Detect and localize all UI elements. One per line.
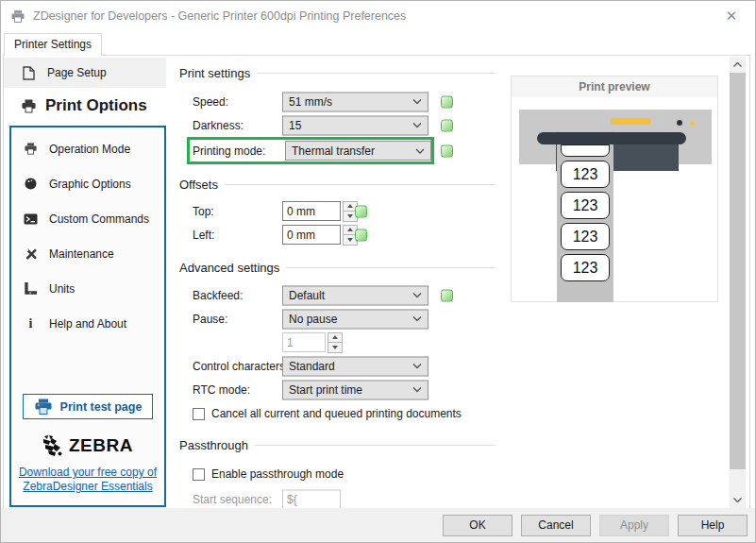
enable-passthrough-label: Enable passthrough mode: [211, 467, 344, 481]
zebra-head-icon: [42, 435, 65, 456]
speed-label: Speed:: [193, 95, 228, 109]
tools-icon: [23, 247, 39, 261]
sidebar-item-label: Graphic Options: [49, 178, 131, 191]
group-title: Advanced settings: [179, 261, 279, 275]
label-strip: 123 123 123 123: [557, 131, 613, 302]
row-pause-count: 1: [179, 331, 496, 354]
settings-form: Print settings Speed: 51 mm/s Darkness: …: [179, 56, 496, 508]
download-link-line2: ZebraDesigner Essentials: [11, 480, 164, 494]
print-preview-panel: Print preview 123 123 123 123: [511, 76, 718, 302]
group-title: Passthrough: [179, 438, 248, 452]
control-characters-dropdown[interactable]: Standard: [282, 356, 428, 376]
row-start-sequence: Start sequence: ${: [179, 487, 496, 508]
chevron-down-icon: [415, 148, 425, 154]
terminal-icon: [23, 213, 39, 225]
rtc-mode-value: Start print time: [289, 383, 412, 397]
printing-mode-highlight-box: Printing mode: Thermal transfer: [187, 137, 434, 164]
sidebar-nav-list: Operation Mode Graphic Options: [11, 127, 164, 341]
backfeed-dropdown[interactable]: Default: [282, 285, 428, 305]
sidebar-item-units[interactable]: Units: [11, 271, 164, 306]
group-advanced: Advanced settings: [179, 261, 496, 275]
printing-mode-dropdown[interactable]: Thermal transfer: [285, 141, 431, 161]
sidebar-item-graphic-options[interactable]: Graphic Options: [11, 166, 164, 201]
page-icon: [21, 66, 37, 80]
scrollbar-thumb[interactable]: [730, 73, 746, 469]
group-rule: [225, 184, 496, 185]
sidebar-nav-box: Operation Mode Graphic Options: [9, 126, 166, 507]
printer-printhead-bar: [537, 132, 686, 144]
print-test-page-button[interactable]: Print test page: [23, 394, 153, 419]
printer-yellow-dot: [690, 121, 695, 126]
darkness-dropdown[interactable]: 15: [282, 115, 428, 135]
chevron-down-icon: [412, 387, 422, 393]
close-icon[interactable]: ✕: [721, 7, 742, 25]
pause-count-spinner[interactable]: [328, 332, 343, 353]
control-characters-label: Control characters:: [193, 360, 288, 373]
scroll-up-icon[interactable]: [730, 57, 746, 73]
preview-label: [561, 144, 610, 157]
window-title: ZDesigner for Developers - Generic Print…: [33, 9, 406, 23]
rtc-mode-dropdown[interactable]: Start print time: [282, 380, 428, 399]
cancel-documents-checkbox[interactable]: [193, 408, 205, 420]
scroll-down-icon[interactable]: [730, 492, 746, 508]
pause-count-value: 1: [287, 336, 294, 349]
printer-icon: [10, 9, 25, 24]
tab-strip: Printer Settings: [1, 33, 755, 55]
vertical-scrollbar[interactable]: [730, 57, 746, 508]
sidebar-item-maintenance[interactable]: Maintenance: [11, 236, 164, 271]
start-sequence-value: ${: [287, 493, 297, 506]
row-backfeed: Backfeed: Default: [179, 283, 496, 307]
start-sequence-input[interactable]: ${: [282, 489, 341, 508]
sidebar-item-custom-commands[interactable]: Custom Commands: [11, 201, 164, 236]
sidebar-item-page-setup[interactable]: Page Setup: [4, 58, 166, 88]
offset-top-input[interactable]: 0 mm: [282, 201, 341, 221]
group-rule: [255, 445, 496, 446]
sidebar-item-label: Page Setup: [47, 66, 107, 79]
title-bar: ZDesigner for Developers - Generic Print…: [1, 1, 755, 31]
backfeed-label: Backfeed:: [193, 289, 243, 302]
pause-count-control: 1: [282, 332, 343, 353]
backfeed-value: Default: [289, 289, 412, 302]
preview-label: 123: [561, 254, 610, 281]
chevron-down-icon: [412, 99, 422, 105]
group-title: Print settings: [179, 66, 250, 80]
group-print-settings: Print settings: [179, 66, 496, 80]
darkness-status-led: [441, 119, 453, 131]
offset-left-status-led: [355, 229, 367, 241]
dialog-footer: OK Cancel Apply Help: [1, 508, 755, 542]
printer-icon: [23, 143, 39, 155]
help-button[interactable]: Help: [678, 515, 748, 536]
zebra-brand-name: ZEBRA: [69, 435, 133, 456]
spin-up-icon[interactable]: [328, 333, 342, 343]
offset-left-input[interactable]: 0 mm: [282, 225, 341, 245]
offset-top-label: Top:: [193, 205, 214, 218]
speed-dropdown[interactable]: 51 mm/s: [282, 92, 428, 111]
sidebar-item-operation-mode[interactable]: Operation Mode: [11, 131, 164, 166]
offset-left-label: Left:: [193, 229, 214, 242]
chevron-down-icon: [412, 364, 422, 369]
sidebar-item-help-and-about[interactable]: i Help and About: [11, 306, 164, 341]
speed-value: 51 mm/s: [289, 95, 412, 109]
pause-count-input[interactable]: 1: [282, 332, 326, 352]
offset-left-value: 0 mm: [287, 229, 315, 242]
printing-mode-status-led: [441, 144, 453, 157]
enable-passthrough-checkbox[interactable]: [193, 468, 205, 481]
ok-button[interactable]: OK: [443, 515, 512, 536]
preview-label: 123: [561, 223, 610, 250]
cancel-button[interactable]: Cancel: [521, 515, 591, 536]
spin-down-icon[interactable]: [328, 342, 342, 352]
sidebar-item-label: Print Options: [45, 96, 147, 115]
sidebar-item-label: Operation Mode: [49, 143, 130, 156]
pause-dropdown[interactable]: No pause: [282, 309, 428, 329]
printer-icon: [21, 99, 37, 113]
info-icon: i: [23, 316, 39, 331]
group-passthrough: Passthrough: [179, 438, 496, 452]
download-essentials-link[interactable]: Download your free copy of ZebraDesigner…: [11, 466, 164, 494]
darkness-value: 15: [289, 119, 412, 132]
row-printing-mode: Printing mode: Thermal transfer: [179, 137, 496, 164]
backfeed-status-led: [441, 289, 453, 301]
apply-button[interactable]: Apply: [599, 515, 669, 536]
ball-icon: [23, 178, 39, 190]
sidebar-item-print-options[interactable]: Print Options: [4, 88, 166, 124]
tab-printer-settings[interactable]: Printer Settings: [4, 33, 102, 56]
